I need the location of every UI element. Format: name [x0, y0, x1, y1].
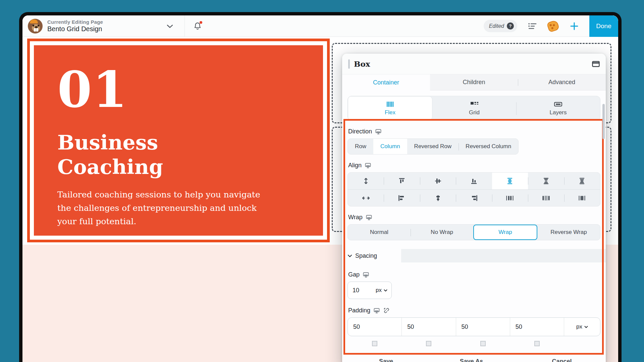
space-between-button[interactable] [528, 190, 564, 206]
justify-center-button[interactable] [492, 173, 528, 189]
direction-reversed-row[interactable]: Reversed Row [407, 139, 459, 154]
panel-scrollbar[interactable] [602, 104, 605, 139]
templates-icon[interactable] [548, 21, 558, 31]
align-center-icon [434, 177, 442, 185]
direction-reversed-column[interactable]: Reversed Column [459, 139, 518, 154]
bento-card[interactable]: 01 Business Coaching Tailored coaching s… [34, 45, 323, 236]
align-stretch-icon [362, 177, 370, 185]
mode-flex[interactable]: Flex [348, 96, 432, 120]
tab-children[interactable]: Children [430, 74, 518, 90]
justify-start-icon [397, 194, 406, 202]
selected-box-outline[interactable]: 01 Business Coaching Tailored coaching s… [27, 39, 330, 242]
wrap-normal[interactable]: Normal [348, 225, 411, 240]
spacing-section-title: Spacing [355, 252, 377, 259]
mode-layers[interactable]: Layers [516, 96, 600, 120]
cancel-button[interactable]: Cancel [518, 356, 606, 362]
panel-header[interactable]: Box [342, 54, 606, 74]
padding-unit-select[interactable]: px [564, 318, 600, 336]
stretch-horizontal-icon [362, 194, 370, 202]
justify-start-button[interactable] [384, 190, 420, 206]
responsive-monitor-icon[interactable] [366, 215, 372, 221]
align-top-icon [397, 177, 406, 185]
justify-center-icon [505, 177, 514, 185]
done-button[interactable]: Done [589, 15, 618, 37]
gap-value[interactable]: 10 [353, 287, 376, 294]
padding-side-top-icon[interactable] [372, 341, 377, 346]
justify-around-icon [578, 177, 586, 185]
justify-between-icon [542, 177, 550, 185]
flex-icon [386, 101, 394, 108]
wrap-wrap[interactable]: Wrap [473, 225, 537, 240]
gap-unit-select[interactable]: px [376, 287, 387, 294]
justify-center-h-button[interactable] [420, 190, 456, 206]
space-between-icon [542, 194, 550, 202]
tab-advanced[interactable]: Advanced [518, 74, 606, 90]
editor-canvas: 01 Business Coaching Tailored coaching s… [22, 37, 618, 362]
box-settings-panel: Box ContainerChildrenAdvanced FlexGridLa… [342, 54, 606, 362]
beaver-builder-logo[interactable] [28, 19, 43, 34]
direction-control: RowColumnReversed RowReversed Column [347, 138, 519, 155]
card-title: Business Coaching [57, 130, 300, 179]
mode-grid[interactable]: Grid [432, 96, 516, 120]
align-bottom-icon [470, 177, 478, 185]
edited-status-badge: Edited ? [484, 20, 517, 32]
responsive-monitor-icon[interactable] [374, 308, 380, 314]
align-control [347, 172, 600, 206]
outline-panel-icon[interactable] [528, 22, 537, 30]
editing-context-label: Currently Editing Page [47, 19, 103, 25]
layers-icon [554, 101, 562, 108]
responsive-monitor-icon[interactable] [363, 272, 369, 278]
top-bar: Currently Editing Page Bento Grid Design… [22, 15, 618, 37]
align-bottom-button[interactable] [456, 173, 492, 189]
page-title: Bento Grid Design [47, 25, 103, 33]
notifications-bell-icon[interactable] [194, 22, 202, 31]
add-content-icon[interactable] [569, 21, 579, 31]
stretch-horizontal-button[interactable] [348, 190, 384, 206]
space-center-button[interactable] [492, 190, 528, 206]
spacing-section-header[interactable]: Spacing [342, 249, 606, 262]
space-around-icon [578, 194, 586, 202]
responsive-monitor-icon[interactable] [365, 163, 371, 169]
builder-window: Currently Editing Page Bento Grid Design… [19, 12, 622, 362]
help-icon[interactable]: ? [507, 22, 514, 29]
padding-input-right[interactable]: 50 [401, 318, 455, 336]
unlink-values-icon[interactable] [383, 307, 390, 314]
tab-container[interactable]: Container [342, 74, 430, 90]
direction-label: Direction [348, 128, 372, 135]
gap-label: Gap [348, 271, 360, 278]
direction-row[interactable]: Row [348, 139, 373, 154]
gap-input[interactable]: 10 px [347, 282, 392, 299]
direction-column[interactable]: Column [373, 139, 407, 154]
align-stretch-button[interactable] [348, 173, 384, 189]
card-number: 01 [57, 65, 300, 114]
save-button[interactable]: Save [342, 356, 430, 362]
padding-side-bottom-icon[interactable] [480, 341, 486, 346]
wrap-reverse-wrap[interactable]: Reverse Wrap [537, 225, 600, 240]
padding-side-left-icon[interactable] [534, 341, 540, 346]
align-top-button[interactable] [384, 173, 420, 189]
pin-window-icon[interactable] [592, 61, 600, 67]
padding-input-top[interactable]: 50 [348, 318, 401, 336]
padding-label: Padding [348, 307, 370, 314]
responsive-monitor-icon[interactable] [375, 129, 381, 135]
padding-side-toggles [347, 341, 600, 346]
justify-center-h-icon [434, 194, 442, 202]
align-center-button[interactable] [420, 173, 456, 189]
justify-between-button[interactable] [528, 173, 564, 189]
wrap-control: NormalNo WrapWrapReverse Wrap [347, 224, 600, 240]
wrap-no-wrap[interactable]: No Wrap [411, 225, 473, 240]
chevron-down-icon [347, 254, 352, 257]
padding-inputs: 50505050px [347, 317, 600, 336]
divider [184, 15, 185, 37]
padding-input-left[interactable]: 50 [510, 318, 564, 336]
chevron-down-icon[interactable] [167, 23, 173, 29]
panel-tabs: ContainerChildrenAdvanced [342, 74, 606, 90]
padding-side-right-icon[interactable] [426, 341, 431, 346]
padding-input-bottom[interactable]: 50 [456, 318, 510, 336]
space-around-button[interactable] [564, 190, 600, 206]
save-as-button[interactable]: Save As... [430, 356, 518, 362]
justify-end-button[interactable] [456, 190, 492, 206]
space-center-icon [505, 194, 514, 202]
panel-footer: SaveSave As...Cancel [342, 356, 606, 362]
justify-around-button[interactable] [564, 173, 600, 189]
